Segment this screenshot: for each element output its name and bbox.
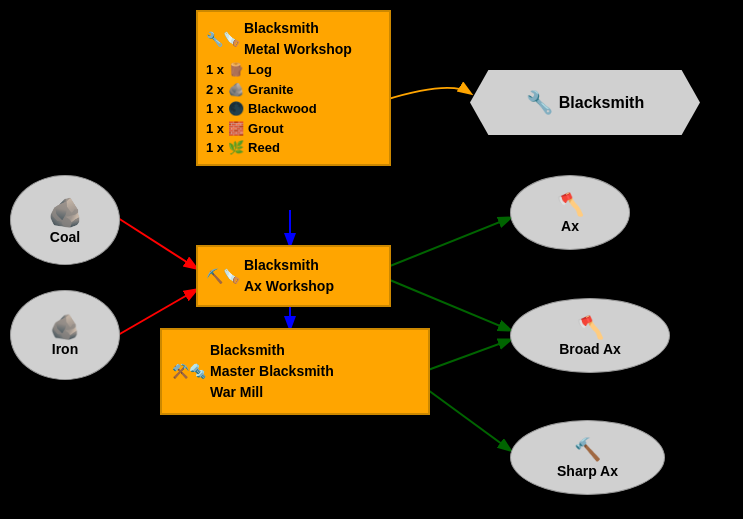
coal-label: Coal — [50, 229, 80, 245]
ax-workshop-title: ⛏️🪚 BlacksmithAx Workshop — [206, 255, 381, 297]
ax-icon: 🪓 — [557, 192, 584, 218]
blackwood-icon: 🌑 — [228, 99, 244, 119]
ax-workshop-box: ⛏️🪚 BlacksmithAx Workshop — [196, 245, 391, 307]
ingredient-blackwood: 1 x 🌑 Blackwood — [206, 99, 381, 119]
svg-line-4 — [385, 218, 510, 268]
iron-icon: 🪨 — [50, 313, 80, 341]
iron-label: Iron — [52, 341, 78, 357]
svg-line-0 — [118, 218, 196, 268]
blacksmith-node: 🔧 Blacksmith — [470, 70, 700, 135]
metal-workshop-title: 🔧🪚 BlacksmithMetal Workshop — [206, 18, 381, 60]
metal-workshop-icon: 🔧🪚 — [206, 29, 240, 50]
broad-ax-label: Broad Ax — [559, 341, 621, 357]
ingredient-grout: 1 x 🧱 Grout — [206, 119, 381, 139]
sharp-ax-label: Sharp Ax — [557, 463, 618, 479]
ax-workshop-icon: ⛏️🪚 — [206, 266, 240, 287]
ax-node: 🪓 Ax — [510, 175, 630, 250]
sharp-ax-icon: 🔨 — [574, 437, 601, 463]
log-icon: 🪵 — [228, 60, 244, 80]
coal-node: 🪨 Coal — [10, 175, 120, 265]
blacksmith-icon: 🔧 — [526, 90, 553, 116]
svg-line-7 — [385, 278, 510, 330]
ingredient-log: 1 x 🪵 Log — [206, 60, 381, 80]
war-mill-box: ⚒️🔩 BlacksmithMaster BlacksmithWar Mill — [160, 328, 430, 415]
ingredient-reed: 1 x 🌿 Reed — [206, 138, 381, 158]
svg-line-5 — [428, 340, 510, 370]
metal-workshop-box: 🔧🪚 BlacksmithMetal Workshop 1 x 🪵 Log 2 … — [196, 10, 391, 166]
broad-ax-icon: 🪓 — [577, 315, 604, 341]
sharp-ax-node: 🔨 Sharp Ax — [510, 420, 665, 495]
broad-ax-node: 🪓 Broad Ax — [510, 298, 670, 373]
svg-line-6 — [428, 390, 510, 450]
war-mill-title: ⚒️🔩 BlacksmithMaster BlacksmithWar Mill — [172, 340, 418, 403]
coal-icon: 🪨 — [48, 196, 83, 229]
iron-node: 🪨 Iron — [10, 290, 120, 380]
war-mill-icon: ⚒️🔩 — [172, 361, 206, 382]
granite-icon: 🪨 — [228, 80, 244, 100]
ingredient-granite: 2 x 🪨 Granite — [206, 80, 381, 100]
blacksmith-label: Blacksmith — [559, 94, 644, 112]
reed-icon: 🌿 — [228, 138, 244, 158]
ax-label: Ax — [561, 218, 579, 234]
grout-icon: 🧱 — [228, 119, 244, 139]
